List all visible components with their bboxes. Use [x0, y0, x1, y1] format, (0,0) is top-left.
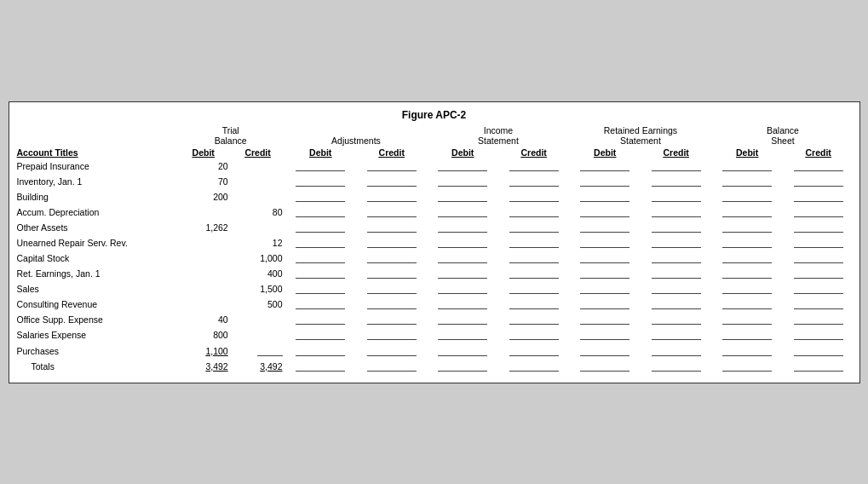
line-cell: [783, 251, 854, 266]
line-cell: [498, 297, 569, 312]
table-row: Salaries Expense800: [14, 327, 854, 343]
worksheet-container: Figure APC-2 TrialBalance Adjustments In…: [9, 101, 860, 383]
line-cell: [569, 189, 640, 205]
account-name-cell: Sales: [14, 281, 176, 297]
line-cell: [498, 189, 569, 205]
balance-sheet-header: BalanceSheet: [711, 124, 854, 147]
totals-line-cell: [711, 359, 782, 374]
line-cell: [641, 158, 711, 174]
tb-credit-cell: [231, 189, 285, 205]
tb-credit-cell: [231, 312, 285, 327]
account-titles-header: Account Titles: [17, 147, 78, 158]
line-cell: [427, 251, 497, 266]
tb-credit-cell: 500: [231, 297, 285, 312]
line-cell: [427, 343, 497, 359]
line-cell: [783, 174, 854, 189]
line-cell: [641, 235, 711, 251]
line-cell: [285, 312, 356, 327]
adj-debit-header: Debit: [285, 147, 356, 158]
line-cell: [711, 251, 782, 266]
line-cell: [711, 327, 782, 343]
tb-credit-cell: [231, 343, 285, 359]
line-cell: [427, 297, 497, 312]
line-cell: [641, 220, 711, 235]
line-cell: [285, 189, 356, 205]
table-row: Prepaid Insurance20: [14, 158, 854, 174]
worksheet-table: TrialBalance Adjustments IncomeStatement…: [14, 124, 854, 374]
line-cell: [641, 327, 711, 343]
totals-debit: 3,492: [176, 359, 231, 374]
tb-debit-cell: [176, 297, 231, 312]
line-cell: [498, 158, 569, 174]
line-cell: [641, 297, 711, 312]
line-cell: [498, 251, 569, 266]
table-row: Purchases1,100: [14, 343, 854, 359]
header-row-2: Account Titles Debit Credit Debit Credit…: [14, 147, 854, 158]
table-row: Inventory, Jan. 170: [14, 174, 854, 189]
table-row: Accum. Depreciation80: [14, 205, 854, 220]
adj-credit-header: Credit: [356, 147, 427, 158]
tb-credit-cell: [231, 174, 285, 189]
line-cell: [285, 281, 356, 297]
tb-credit-cell: 12: [231, 235, 285, 251]
table-row: Sales1,500: [14, 281, 854, 297]
line-cell: [711, 312, 782, 327]
tb-debit-cell: 800: [176, 327, 231, 343]
account-name-cell: Ret. Earnings, Jan. 1: [14, 266, 176, 281]
line-cell: [498, 235, 569, 251]
table-row: Ret. Earnings, Jan. 1400: [14, 266, 854, 281]
table-row: Office Supp. Expense40: [14, 312, 854, 327]
line-cell: [356, 281, 427, 297]
tb-debit-cell: [176, 235, 231, 251]
totals-label: Totals: [14, 359, 176, 374]
line-cell: [356, 205, 427, 220]
line-cell: [711, 235, 782, 251]
line-cell: [498, 220, 569, 235]
account-name-cell: Accum. Depreciation: [14, 205, 176, 220]
line-cell: [569, 174, 640, 189]
figure-title: Figure APC-2: [14, 109, 854, 121]
line-cell: [427, 174, 497, 189]
line-cell: [711, 220, 782, 235]
line-cell: [569, 327, 640, 343]
tb-debit-cell: 20: [176, 158, 231, 174]
account-name-cell: Capital Stock: [14, 251, 176, 266]
line-cell: [356, 158, 427, 174]
line-cell: [498, 327, 569, 343]
line-cell: [783, 343, 854, 359]
tb-debit-cell: 200: [176, 189, 231, 205]
line-cell: [783, 189, 854, 205]
line-cell: [356, 266, 427, 281]
account-name-cell: Unearned Repair Serv. Rev.: [14, 235, 176, 251]
line-cell: [285, 251, 356, 266]
tb-credit-cell: [231, 158, 285, 174]
tb-credit-cell: 80: [231, 205, 285, 220]
line-cell: [711, 189, 782, 205]
totals-line-cell: [569, 359, 640, 374]
line-cell: [783, 327, 854, 343]
re-debit-header: Debit: [569, 147, 640, 158]
bs-credit-header: Credit: [783, 147, 854, 158]
line-cell: [711, 158, 782, 174]
account-name-cell: Purchases: [14, 343, 176, 359]
line-cell: [711, 297, 782, 312]
line-cell: [427, 312, 497, 327]
line-cell: [783, 220, 854, 235]
line-cell: [783, 297, 854, 312]
tb-credit-cell: 1,500: [231, 281, 285, 297]
header-row-1: TrialBalance Adjustments IncomeStatement…: [14, 124, 854, 147]
line-cell: [285, 343, 356, 359]
bs-debit-header: Debit: [711, 147, 782, 158]
tb-credit-header: Credit: [231, 147, 285, 158]
line-cell: [783, 205, 854, 220]
re-credit-header: Credit: [641, 147, 711, 158]
account-name-cell: Salaries Expense: [14, 327, 176, 343]
line-cell: [569, 343, 640, 359]
table-row: Consulting Revenue500: [14, 297, 854, 312]
line-cell: [641, 266, 711, 281]
tb-credit-cell: 1,000: [231, 251, 285, 266]
table-row: Building200: [14, 189, 854, 205]
account-name-cell: Inventory, Jan. 1: [14, 174, 176, 189]
line-cell: [427, 327, 497, 343]
totals-credit: 3,492: [231, 359, 285, 374]
